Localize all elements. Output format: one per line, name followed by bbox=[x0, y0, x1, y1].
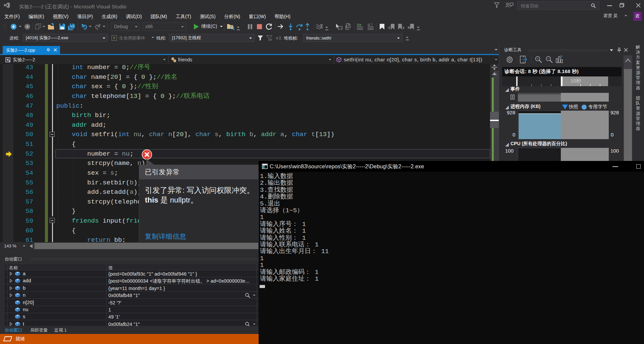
svg-text:?: ? bbox=[371, 23, 373, 27]
